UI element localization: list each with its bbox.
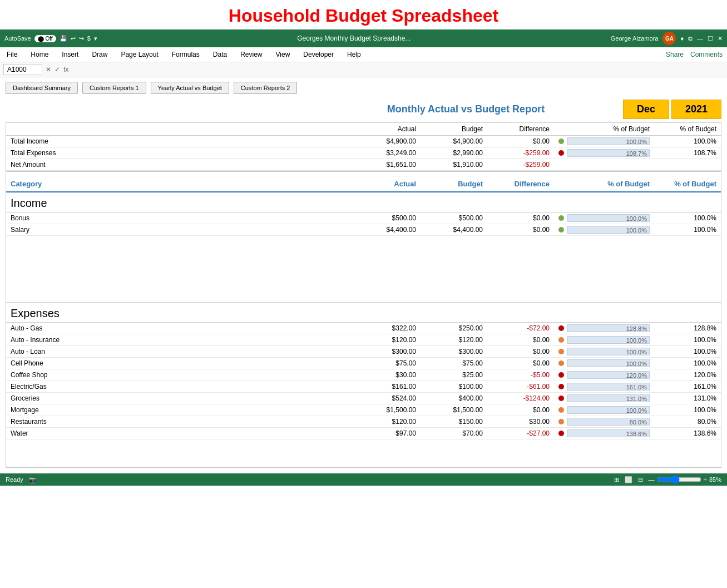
zoom-level: 85%	[709, 476, 721, 483]
income-label-bonus: Bonus	[6, 213, 354, 224]
expense-label-cell-phone: Cell Phone	[6, 358, 354, 369]
zoom-in-icon[interactable]: +	[704, 476, 707, 483]
undo-icon[interactable]: ↩	[71, 35, 76, 42]
dot-bonus	[558, 215, 564, 221]
progress-label-total-income: 100.0%	[626, 138, 647, 146]
expense-actual-restaurants: $120.00	[354, 416, 421, 427]
summary-budget-total-expenses: $2,990.00	[421, 147, 487, 159]
save-icon[interactable]: 💾	[60, 35, 67, 42]
dot-auto-insurance	[558, 337, 564, 343]
formulabar: A1000 ✕ ✓ fx	[0, 62, 727, 77]
summary-col-difference: Difference	[487, 123, 554, 135]
progress-bg-bonus: 100.0%	[567, 214, 650, 222]
summary-actual-total-expenses: $3,249.00	[354, 147, 421, 159]
table-row: Bonus $500.00 $500.00 $0.00 100.0% 100.0…	[6, 213, 721, 224]
nav-custom-reports-1[interactable]: Custom Reports 1	[82, 82, 146, 94]
comments-button[interactable]: Comments	[690, 51, 723, 58]
window-restore-icon[interactable]: ⧉	[688, 35, 693, 42]
menu-developer[interactable]: Developer	[301, 50, 336, 60]
year-badge: 2021	[671, 100, 721, 119]
menu-home[interactable]: Home	[28, 50, 51, 60]
menu-help[interactable]: Help	[345, 50, 363, 60]
grid-view-icon[interactable]: ⊞	[614, 476, 619, 483]
more-icon[interactable]: ▾	[94, 35, 97, 42]
expense-actual-mortgage: $1,500.00	[354, 404, 421, 416]
progress-bg-groceries: 131.0%	[567, 394, 650, 402]
month-badge: Dec	[623, 100, 669, 119]
currency-icon[interactable]: $	[87, 35, 91, 42]
expense-pct-val-auto-insurance: 100.0%	[654, 334, 721, 345]
cell-reference[interactable]: A1000	[3, 64, 42, 75]
income-actual-salary: $4,400.00	[354, 224, 421, 235]
menu-formulas[interactable]: Formulas	[170, 50, 202, 60]
redo-icon[interactable]: ↪	[79, 35, 84, 42]
formula-input[interactable]	[72, 65, 724, 75]
menu-view[interactable]: View	[274, 50, 293, 60]
page-view-icon[interactable]: ⬜	[625, 476, 632, 483]
expense-label-restaurants: Restaurants	[6, 416, 354, 427]
close-icon[interactable]: ✕	[718, 35, 723, 42]
dot-salary	[558, 227, 564, 233]
menu-insert[interactable]: Insert	[60, 50, 81, 60]
summary-label-total-income: Total Income	[6, 136, 354, 147]
table-row: Electric/Gas $161.00 $100.00 -$61.00 161…	[6, 381, 721, 393]
expense-budget-groceries: $400.00	[421, 393, 487, 404]
statusbar-right: ⊞ ⬜ ⊟ — + 85%	[614, 475, 721, 484]
progress-label-total-expenses: 108.7%	[626, 150, 647, 157]
summary-pct-val-net-amount	[654, 159, 721, 170]
summary-actual-net-amount: $1,651.00	[354, 159, 421, 170]
summary-section: Actual Budget Difference % of Budget % o…	[6, 123, 721, 172]
page-break-icon[interactable]: ⊟	[638, 476, 643, 483]
expense-label-water: Water	[6, 428, 354, 439]
expense-diff-auto-gas: -$72.00	[487, 323, 554, 334]
progress-label-auto-gas: 128.8%	[626, 325, 647, 333]
menu-file[interactable]: File	[4, 50, 19, 60]
nav-yearly-actual-vs-budget[interactable]: Yearly Actual vs Budget	[151, 82, 229, 94]
nav-dashboard-summary[interactable]: Dashboard Summary	[6, 82, 78, 94]
expense-diff-coffee-shop: -$5.00	[487, 369, 554, 381]
expense-pct-bar-mortgage: 100.0%	[554, 404, 654, 416]
expense-label-mortgage: Mortgage	[6, 404, 354, 416]
menu-draw[interactable]: Draw	[90, 50, 110, 60]
minimize-icon[interactable]: —	[697, 35, 703, 42]
dot-coffee-shop	[558, 372, 564, 378]
progress-bg-mortgage: 100.0%	[567, 406, 650, 414]
menu-data[interactable]: Data	[211, 50, 229, 60]
expense-budget-electric-gas: $100.00	[421, 381, 487, 392]
autosave-toggle[interactable]: ⬤ Off	[34, 35, 56, 42]
confirm-icon[interactable]: ✓	[55, 66, 60, 73]
user-name: George Alzamora	[611, 35, 659, 42]
expense-pct-bar-auto-gas: 128.8%	[554, 323, 654, 334]
summary-pct-val-total-expenses: 108.7%	[654, 147, 721, 159]
expense-diff-auto-loan: $0.00	[487, 346, 554, 357]
nav-custom-reports-2[interactable]: Custom Reports 2	[234, 82, 298, 94]
progress-label-bonus: 100.0%	[626, 215, 647, 223]
expense-diff-restaurants: $30.00	[487, 416, 554, 427]
summary-col-pct-val: % of Budget	[654, 123, 721, 135]
progress-label-electric-gas: 161.0%	[626, 383, 647, 391]
zoom-slider[interactable]	[657, 475, 701, 484]
zoom-out-icon[interactable]: —	[649, 476, 655, 483]
progress-label-auto-insurance: 100.0%	[626, 337, 647, 344]
fx-symbol: fx	[63, 66, 68, 73]
income-diff-bonus: $0.00	[487, 213, 554, 224]
maximize-icon[interactable]: ☐	[708, 35, 713, 42]
menu-review[interactable]: Review	[238, 50, 264, 60]
expense-diff-electric-gas: -$61.00	[487, 381, 554, 392]
cancel-icon[interactable]: ✕	[46, 66, 51, 73]
expense-label-electric-gas: Electric/Gas	[6, 381, 354, 392]
progress-bg-coffee-shop: 120.0%	[567, 371, 650, 379]
table-row: Auto - Loan $300.00 $300.00 $0.00 100.0%…	[6, 346, 721, 358]
category-header-row: Category Actual Budget Difference % of B…	[6, 176, 721, 192]
cat-header-budget: Budget	[421, 176, 487, 191]
table-row: Salary $4,400.00 $4,400.00 $0.00 100.0% …	[6, 224, 721, 236]
camera-icon: 📷	[29, 476, 37, 483]
expense-actual-electric-gas: $161.00	[354, 381, 421, 392]
ready-label: Ready	[6, 476, 23, 483]
menu-page-layout[interactable]: Page Layout	[118, 50, 160, 60]
share-button[interactable]: Share	[666, 51, 684, 58]
income-pct-bar-bonus: 100.0%	[554, 213, 654, 224]
progress-bg-auto-gas: 128.8%	[567, 324, 650, 332]
progress-label-coffee-shop: 120.0%	[626, 372, 647, 379]
summary-row-net-amount: Net Amount $1,651.00 $1,910.00 -$259.00	[6, 159, 721, 171]
